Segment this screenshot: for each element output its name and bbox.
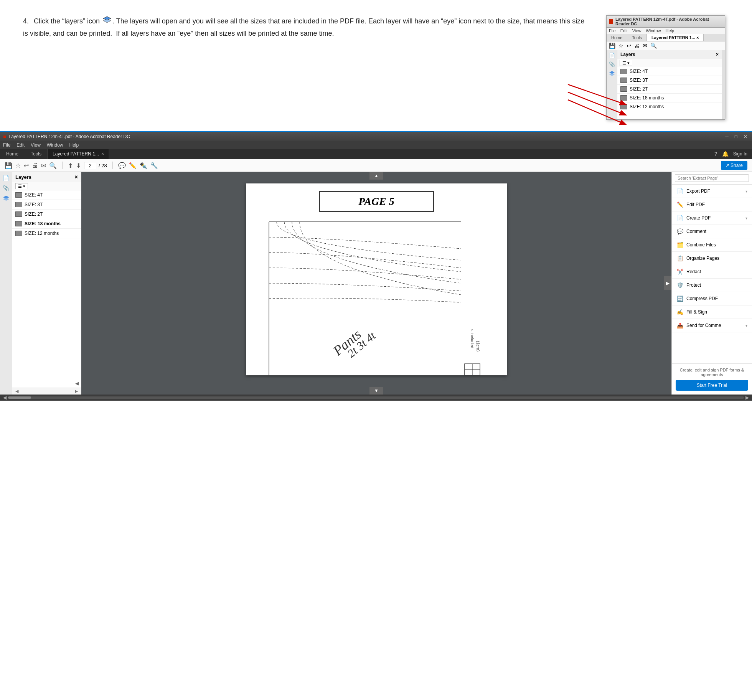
toolbar-bookmark[interactable]: ☆ bbox=[15, 162, 21, 169]
svg-marker-3 bbox=[609, 73, 615, 76]
scrollbar-track[interactable] bbox=[8, 396, 744, 399]
create-pdf-icon: 📄 bbox=[676, 215, 683, 221]
main-layers-close-btn[interactable]: × bbox=[75, 174, 78, 180]
notification-icon[interactable]: 🔔 bbox=[722, 151, 729, 157]
mini-layer-3T[interactable]: SIZE: 3T bbox=[617, 76, 722, 85]
mini-sidebar-icon-attach[interactable]: 📎 bbox=[609, 61, 615, 67]
mini-title: Layered PATTERN 12m-4T.pdf - Adobe Acrob… bbox=[615, 17, 722, 26]
mini-layers-menu-btn[interactable]: ☰ ▾ bbox=[620, 60, 632, 66]
right-tool-create-pdf[interactable]: 📄 Create PDF ▾ bbox=[672, 211, 752, 225]
page-number-input[interactable]: 2 bbox=[84, 162, 96, 169]
main-tab-home[interactable]: Home bbox=[0, 149, 25, 159]
mini-layer-18m[interactable]: SIZE: 18 months bbox=[617, 94, 722, 102]
page-nav: 2 / 28 bbox=[84, 162, 107, 169]
panel-scroll-right[interactable]: ▶ bbox=[75, 389, 78, 394]
mini-scrollbar[interactable] bbox=[722, 50, 725, 119]
mini-menu-help[interactable]: Help bbox=[665, 28, 674, 33]
right-tool-comment[interactable]: 💬 Comment bbox=[672, 225, 752, 238]
close-btn[interactable]: ✕ bbox=[742, 134, 749, 139]
mini-tool-share[interactable]: ↩ bbox=[627, 43, 631, 49]
right-tool-edit-pdf[interactable]: ✏️ Edit PDF bbox=[672, 198, 752, 211]
restore-btn[interactable]: □ bbox=[733, 134, 739, 139]
toolbar-save[interactable]: 💾 bbox=[5, 162, 12, 169]
mini-tool-mail[interactable]: ✉ bbox=[643, 43, 647, 49]
share-button[interactable]: ↗ Share bbox=[721, 161, 747, 170]
main-tab-tools[interactable]: Tools bbox=[25, 149, 48, 159]
collapse-btn[interactable]: ◀ bbox=[75, 381, 79, 386]
main-layer-2T[interactable]: SIZE: 2T bbox=[12, 210, 81, 219]
mini-menu-view[interactable]: View bbox=[632, 28, 642, 33]
comment-icon[interactable]: 💬 bbox=[118, 162, 126, 169]
main-menubar: File Edit View Window Help bbox=[0, 141, 752, 149]
draw-icon[interactable]: ✒️ bbox=[140, 162, 147, 169]
mini-tool-star[interactable]: ☆ bbox=[618, 43, 623, 49]
right-tool-send-comment[interactable]: 📤 Send for Comme ▾ bbox=[672, 319, 752, 332]
start-trial-button[interactable]: Start Free Trial bbox=[676, 380, 748, 391]
mini-menu-edit[interactable]: Edit bbox=[620, 28, 628, 33]
right-tool-redact[interactable]: ✂️ Redact bbox=[672, 265, 752, 279]
scroll-indicator-bottom[interactable]: ▼ bbox=[369, 387, 383, 395]
mini-tool-print[interactable]: 🖨 bbox=[634, 43, 640, 49]
right-search-input[interactable] bbox=[675, 174, 749, 182]
toolbar-left-group: 💾 ☆ ↩ 🖨 ✉ 🔍 bbox=[5, 162, 57, 169]
toolbar-print[interactable]: 🖨 bbox=[32, 162, 38, 169]
sidebar-collapse-area: ◀ bbox=[12, 379, 81, 388]
mini-tool-save[interactable]: 💾 bbox=[609, 43, 615, 49]
protect-icon: 🛡️ bbox=[676, 282, 683, 289]
scroll-up-btn[interactable]: ⬆ bbox=[68, 162, 73, 169]
scroll-down-btn[interactable]: ⬇ bbox=[76, 162, 81, 169]
sidebar-icon-page[interactable]: 📄 bbox=[3, 175, 9, 181]
main-titlebar: ■ Layered PATTERN 12m-4T.pdf - Adobe Acr… bbox=[0, 132, 752, 141]
sidebar-icon-paperclip[interactable]: 📎 bbox=[3, 185, 9, 191]
main-menu-window[interactable]: Window bbox=[47, 142, 63, 148]
toolbar-search-small[interactable]: 🔍 bbox=[49, 162, 57, 169]
mini-menu-file[interactable]: File bbox=[609, 28, 616, 33]
mini-eye-3T bbox=[620, 78, 627, 83]
right-tool-organize[interactable]: 📋 Organize Pages bbox=[672, 252, 752, 265]
main-layers-toolbar: ☰ ▾ bbox=[12, 182, 81, 190]
toolbar-mail[interactable]: ✉ bbox=[41, 162, 46, 169]
main-layer-12m[interactable]: SIZE: 12 months bbox=[12, 229, 81, 238]
mini-tab-tools[interactable]: Tools bbox=[627, 34, 647, 41]
main-menu-view[interactable]: View bbox=[31, 142, 41, 148]
mini-layers-close[interactable]: × bbox=[716, 52, 719, 57]
share-label: Share bbox=[731, 163, 743, 168]
main-menu-help[interactable]: Help bbox=[69, 142, 79, 148]
mini-tab-home[interactable]: Home bbox=[607, 34, 627, 41]
mini-sidebar-icon-page[interactable]: 📄 bbox=[609, 53, 615, 58]
right-tool-fill-sign[interactable]: ✍️ Fill & Sign bbox=[672, 305, 752, 319]
right-tool-edit-label: Edit PDF bbox=[686, 202, 705, 207]
main-file-tab[interactable]: Layered PATTERN 1... × bbox=[48, 149, 109, 159]
right-tool-combine[interactable]: 🗂️ Combine Files bbox=[672, 238, 752, 252]
mini-menu-window[interactable]: Window bbox=[646, 28, 661, 33]
toolbar-back[interactable]: ↩ bbox=[24, 162, 29, 169]
help-icon[interactable]: ? bbox=[714, 151, 717, 157]
sidebar-icon-layers-btn[interactable] bbox=[3, 195, 10, 203]
main-menu-edit[interactable]: Edit bbox=[16, 142, 25, 148]
scroll-left-btn[interactable]: ◀ bbox=[2, 395, 8, 400]
main-layers-menu-btn[interactable]: ☰ ▾ bbox=[15, 183, 28, 189]
mini-tab-file[interactable]: Layered PATTERN 1... × bbox=[647, 34, 704, 41]
right-tool-export-pdf[interactable]: 📄 Export PDF ▾ bbox=[672, 185, 752, 198]
scroll-right-btn[interactable]: ▶ bbox=[744, 395, 750, 400]
main-acrobat-window: ■ Layered PATTERN 12m-4T.pdf - Adobe Acr… bbox=[0, 131, 752, 401]
mini-layer-2T[interactable]: SIZE: 2T bbox=[617, 85, 722, 94]
scroll-indicator-right[interactable]: ▶ bbox=[664, 276, 671, 290]
main-layer-4T[interactable]: SIZE: 4T bbox=[12, 190, 81, 200]
edit-icon[interactable]: ✏️ bbox=[129, 162, 137, 169]
minimize-btn[interactable]: ─ bbox=[724, 134, 730, 139]
scroll-indicator-top[interactable]: ▲ bbox=[369, 172, 383, 180]
mini-layer-4T[interactable]: SIZE: 4T bbox=[617, 67, 722, 76]
sign-in-label[interactable]: Sign In bbox=[733, 151, 747, 157]
panel-scroll-left[interactable]: ◀ bbox=[15, 389, 18, 394]
mini-sidebar-icon-layers[interactable] bbox=[609, 70, 615, 78]
mini-tool-search[interactable]: 🔍 bbox=[650, 43, 657, 49]
right-tool-protect[interactable]: 🛡️ Protect bbox=[672, 279, 752, 292]
more-tools-icon[interactable]: 🔧 bbox=[150, 162, 158, 169]
main-menu-file[interactable]: File bbox=[3, 142, 10, 148]
main-layer-3T[interactable]: SIZE: 3T bbox=[12, 200, 81, 210]
right-tool-compress[interactable]: 🔄 Compress PDF bbox=[672, 292, 752, 305]
mini-layer-12m[interactable]: SIZE: 12 months bbox=[617, 102, 722, 111]
file-tab-close[interactable]: × bbox=[101, 151, 104, 157]
main-layer-18m[interactable]: SIZE: 18 months bbox=[12, 219, 81, 229]
